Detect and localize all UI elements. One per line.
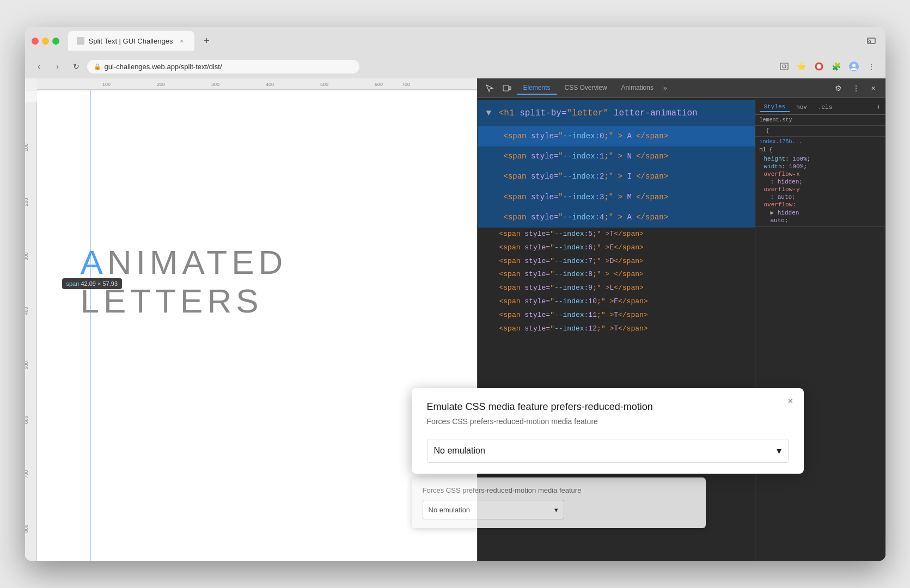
tab-favicon-icon [77, 37, 84, 45]
svg-rect-8 [509, 87, 511, 90]
popup-bg-select-value: No emulation [429, 506, 471, 514]
ruler-left-100: 100 [25, 143, 29, 151]
ruler-mark-400: 400 [266, 82, 274, 87]
span-index-5-row[interactable]: <span style="--index:5;" >T</span> [478, 228, 755, 241]
span-index-6-row[interactable]: <span style="--index:6;" >E</span> [478, 241, 755, 255]
devtools-panel: Elements CSS Overview Animations » ⚙ ⋮ × [477, 78, 885, 561]
traffic-light-green[interactable] [52, 38, 59, 45]
svg-rect-0 [868, 38, 875, 44]
devtools-settings-button[interactable]: ⚙ [831, 81, 846, 96]
inspect-element-button[interactable] [482, 81, 497, 96]
style-rule-overflow-val1: ▶ hidden [764, 209, 881, 217]
browser-window: Split Text | GUI Challenges × + ‹ › ↻ 🔒 … [25, 27, 885, 561]
address-bar: ‹ › ↻ 🔒 gui-challenges.web.app/split-tex… [25, 54, 885, 78]
ruler-left-300: 300 [25, 252, 29, 260]
span-index-7-row[interactable]: <span style="--index:7;" >D</span> [478, 255, 755, 268]
device-toolbar-button[interactable] [499, 81, 515, 96]
emulate-popup-title: Emulate CSS media feature prefers-reduce… [427, 401, 789, 413]
tooltip-tag: span [66, 280, 80, 287]
extension-icon[interactable]: 🧩 [829, 59, 844, 74]
span-4-content: A [627, 213, 631, 222]
ruler-left-500: 500 [25, 361, 29, 369]
menu-icon[interactable]: ⋮ [864, 59, 879, 74]
span-index-1-row[interactable]: <span style="--index:1;" > N </span> [478, 146, 755, 167]
ruler-top: 100 200 300 400 500 600 700 [25, 78, 477, 90]
style-rule-overflow: overflow: [764, 201, 881, 209]
browser-icons: ⭐ 🧩 ⋮ [777, 59, 879, 74]
span-index-8-row[interactable]: <span style="--index:8;" > </span> [478, 268, 755, 281]
styles-source-section: index.175b... ml { height: 100%; width: … [755, 137, 885, 227]
ruler-mark-600: 600 [375, 82, 383, 87]
tab-elements[interactable]: Elements [517, 82, 557, 95]
style-rule-width: width: 100%; [764, 163, 881, 170]
svg-rect-7 [503, 85, 509, 91]
styles-tab-hover[interactable]: hov [792, 103, 811, 112]
h1-attr1-val: "letter" [567, 108, 609, 118]
ruler-mark-700: 700 [402, 82, 410, 87]
forward-button[interactable]: › [50, 59, 65, 74]
inspect-line-vertical [90, 90, 91, 561]
url-text: gui-challenges.web.app/split-text/dist/ [105, 63, 222, 71]
refresh-button[interactable]: ↻ [69, 59, 84, 74]
span-index-2-row[interactable]: <span style="--index:2;" > I </span> [478, 167, 755, 187]
ruler-mark-500: 500 [320, 82, 328, 87]
webpage: 100 200 300 400 500 600 700 100 200 300 … [25, 78, 477, 561]
emulate-popup-subtitle: Forces CSS prefers-reduced-motion media … [427, 417, 789, 426]
span-3-content: M [627, 193, 631, 201]
span-1-style: style= [531, 152, 558, 161]
style-rule-overflow-y: overflow-y [764, 186, 881, 193]
add-style-rule-button[interactable]: + [876, 103, 881, 112]
cast-icon[interactable] [864, 33, 879, 48]
svg-rect-1 [780, 63, 788, 70]
span-index-11-row[interactable]: <span style="--index:11;" >T</span> [478, 309, 755, 322]
span-1-content: N [627, 152, 631, 161]
devtools-more-tabs[interactable]: » [661, 84, 669, 92]
h1-attr1-name: split-by= [520, 108, 566, 118]
browser-tab[interactable]: Split Text | GUI Challenges × [68, 31, 195, 51]
span-0-content: A [627, 132, 631, 140]
emulate-popup-close-button[interactable]: × [784, 395, 797, 408]
traffic-light-yellow[interactable] [42, 38, 49, 45]
traffic-lights [32, 38, 59, 45]
span-index-10-row[interactable]: <span style="--index:10;" >E</span> [478, 295, 755, 309]
profile-avatar[interactable] [846, 59, 862, 74]
span-index-9-row[interactable]: <span style="--index:9;" >L</span> [478, 281, 755, 295]
ruler-mark-300: 300 [211, 82, 219, 87]
styles-tab-styles[interactable]: Styles [760, 102, 790, 112]
h1-tag-open: <h1 [499, 108, 520, 118]
chrome-icon[interactable] [811, 59, 827, 74]
tab-css-overview[interactable]: CSS Overview [558, 82, 614, 95]
new-tab-button[interactable]: + [199, 33, 214, 48]
styles-tab-cls[interactable]: .cls [814, 103, 836, 112]
style-rule-overflow-y-val: : auto; [764, 193, 881, 201]
ruler-mark-200: 200 [157, 82, 165, 87]
emulate-popup-select-row: No emulation ▾ [427, 439, 789, 463]
span-0-gt: > [618, 132, 622, 140]
screenshot-icon[interactable] [777, 59, 792, 74]
popup-bg-select[interactable]: No emulation ▾ [423, 500, 564, 519]
tab-animations[interactable]: Animations [615, 82, 660, 95]
emulate-popup-select[interactable]: No emulation ▾ [427, 439, 789, 463]
styles-toolbar: Styles hov .cls + [755, 100, 885, 115]
devtools-close-button[interactable]: × [866, 81, 881, 96]
span-index-0-row[interactable]: <span style="--index:0;" > A </span> [478, 126, 755, 146]
url-field[interactable]: 🔒 gui-challenges.web.app/split-text/dist… [87, 60, 359, 74]
svg-point-2 [783, 65, 786, 68]
bookmark-icon[interactable]: ⭐ [794, 59, 809, 74]
devtools-more-button[interactable]: ⋮ [848, 81, 864, 96]
popup-bg-title: Forces CSS prefers-reduced-motion media … [423, 486, 695, 494]
styles-rules: height: 100%; width: 100%; overflow-x [760, 155, 881, 224]
span-index-12-row[interactable]: <span style="--index:12;" >T</span> [478, 322, 755, 336]
span-index-3-row[interactable]: <span style="--index:3;" > M </span> [478, 187, 755, 207]
tab-close-button[interactable]: × [177, 36, 186, 45]
title-bar: Split Text | GUI Challenges × + [25, 27, 885, 54]
h1-attr2-name: letter-animation [614, 108, 698, 118]
back-button[interactable]: ‹ [32, 59, 47, 74]
devtools-tabs: Elements CSS Overview Animations » [517, 82, 829, 95]
emulate-select-value: No emulation [434, 446, 485, 456]
span-index-4-row[interactable]: <span style="--index:4;" > A </span> [478, 207, 755, 228]
span-0-open: <span [504, 132, 531, 140]
h1-element-row[interactable]: ▼ <h1 split-by="letter" letter-animation [478, 100, 755, 126]
styles-source-link[interactable]: index.175b... [760, 139, 881, 145]
traffic-light-red[interactable] [32, 38, 39, 45]
